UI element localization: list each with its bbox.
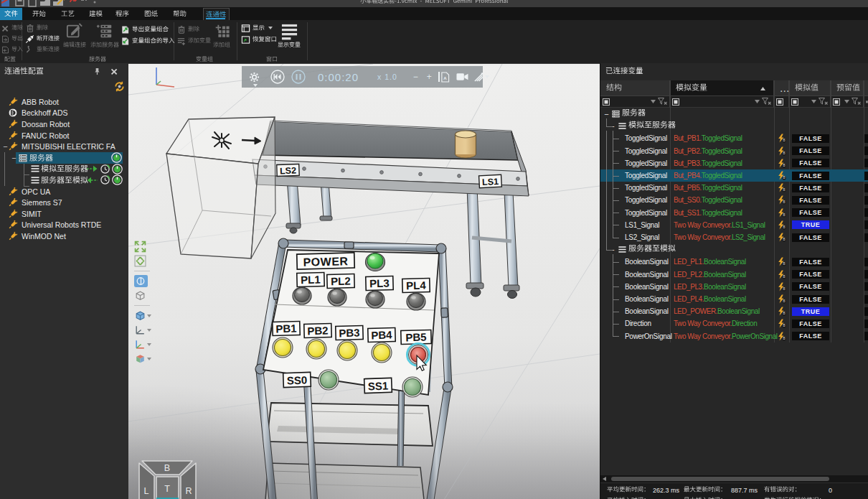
filter-mode-icon[interactable] [603, 98, 610, 106]
tree-item-mitsubishi-electric-fa[interactable]: −MITSUBISHI ELECTRIC FA [0, 141, 128, 152]
pin-icon[interactable] [93, 67, 101, 75]
filter-clear-icon[interactable] [852, 98, 861, 106]
column-header-reserved-val[interactable] [831, 80, 864, 96]
filter-clear-icon[interactable] [762, 98, 771, 106]
filter-dropdown-icon[interactable] [755, 100, 760, 103]
restore-window-button[interactable] [241, 34, 277, 45]
tab-program[interactable] [110, 8, 134, 20]
rewind-button[interactable] [270, 70, 285, 84]
table-row[interactable]: BooleanSignal LED_POWER.BooleanSignal TR… [600, 305, 868, 317]
tab-file[interactable] [0, 8, 22, 20]
table-row[interactable]: BooleanSignal LED_PL3.BooleanSignal FALS… [600, 281, 868, 293]
tab-start[interactable] [27, 8, 51, 20]
tree-item-beckhoff-ads[interactable]: Beckhoff ADS [0, 108, 128, 119]
power-led[interactable] [366, 253, 385, 271]
filter-mode-icon[interactable] [672, 98, 679, 106]
pause-button[interactable] [291, 70, 306, 84]
table-row[interactable]: BooleanSignal LED_PL2.BooleanSignal FALS… [600, 269, 868, 281]
clock-icon[interactable] [100, 164, 110, 174]
filter-cell[interactable] [831, 96, 864, 108]
collapse-icon[interactable]: − [11, 154, 17, 162]
orientation-cube-icon[interactable] [134, 353, 146, 365]
view-cube-icon[interactable] [134, 309, 146, 322]
column-header-dots[interactable]: ... [774, 80, 789, 96]
tree-item-fanuc-robot[interactable]: FANUC Robot [0, 130, 128, 141]
refresh-icon[interactable] [113, 80, 126, 93]
projection-mode-icon[interactable] [134, 275, 148, 287]
table-group-row[interactable]: − [600, 108, 868, 120]
collapse-icon[interactable]: − [603, 111, 610, 118]
column-header-sim-val[interactable] [789, 80, 831, 96]
filter-dropdown-icon[interactable] [844, 100, 849, 103]
render-mode-icon[interactable] [134, 289, 146, 302]
export-variable-set-button[interactable] [121, 24, 169, 34]
power-on-icon[interactable] [112, 164, 123, 174]
filter-mode-icon[interactable] [791, 98, 798, 106]
table-row[interactable]: PowerOnSignal Two Way Conveyor.PowerOnSi… [600, 330, 868, 342]
display-button[interactable] [241, 23, 273, 33]
filter-clear-icon[interactable] [658, 98, 667, 106]
table-row[interactable]: ToggledSignal But_PB4.ToggledSignal FALS… [600, 169, 868, 182]
fullscreen-icon[interactable] [134, 241, 146, 253]
nav-cube[interactable]: B L T R [139, 461, 196, 499]
tree-item-simit[interactable]: SIMIT [0, 208, 128, 220]
table-row[interactable]: LS1_Signal Two Way Conveyor.LS1_Signal T… [600, 219, 868, 231]
power-on-icon[interactable] [112, 174, 123, 185]
speed-plus[interactable]: + [427, 72, 432, 82]
filter-cell[interactable] [774, 96, 789, 108]
add-server-button[interactable] [89, 22, 121, 48]
filter-mode-icon[interactable] [776, 98, 783, 106]
scroll-left-arrow[interactable] [603, 477, 606, 481]
record-video-icon[interactable] [456, 73, 468, 81]
table-row[interactable]: ToggledSignal But_PB3.ToggledSignal FALS… [600, 157, 868, 169]
filter-dropdown-icon[interactable] [811, 100, 816, 103]
coordinate-icon[interactable] [134, 338, 146, 350]
signal-icon[interactable] [473, 73, 484, 82]
filter-cell[interactable] [670, 96, 774, 108]
tree-item-opc-ua[interactable]: OPC UA [0, 186, 128, 197]
table-row[interactable]: ToggledSignal But_PB2.ToggledSignal FALS… [600, 145, 868, 157]
tab-drawing[interactable] [139, 8, 163, 20]
tab-help[interactable] [168, 8, 192, 20]
filter-mode-icon[interactable] [833, 98, 840, 106]
tree-item-doosan-robot[interactable]: Doosan Robot [0, 118, 128, 130]
horizontal-scrollbar[interactable] [600, 475, 868, 482]
tree-item-abb-robot[interactable]: ABB Robot [0, 96, 128, 108]
clear-button[interactable] [1, 23, 23, 33]
tree-item-siemens-s7[interactable]: Siemens S7 [0, 197, 128, 208]
fit-view-icon[interactable] [134, 255, 146, 267]
table-row[interactable]: ToggledSignal But_SS0.ToggledSignal FALS… [600, 194, 868, 206]
import-variable-set-button[interactable] [121, 36, 175, 46]
export-pdf-icon[interactable] [440, 72, 450, 83]
speed-minus[interactable]: − [413, 72, 418, 82]
filter-cell[interactable] [789, 96, 831, 108]
tree-item-universal-robots-rtde[interactable]: Universal Robots RTDE [0, 220, 128, 231]
close-icon[interactable] [110, 67, 118, 75]
title-bar[interactable] [0, 0, 868, 7]
frame-select-icon[interactable] [134, 324, 146, 336]
tree-item-winmod-net[interactable]: WinMOD Net [0, 230, 128, 242]
add-group-button[interactable] [210, 22, 233, 48]
table-row[interactable]: ToggledSignal But_SS1.ToggledSignal FALS… [600, 207, 868, 219]
reconnect-button[interactable] [26, 45, 60, 55]
workpiece-cylinder[interactable] [456, 131, 476, 158]
table-row[interactable]: LS2_Signal Two Way Conveyor.LS2_Signal F… [600, 231, 868, 243]
table-row[interactable]: BooleanSignal LED_PL4.BooleanSignal FALS… [600, 293, 868, 305]
edit-connection-button[interactable] [62, 22, 88, 48]
table-group-row[interactable]: − [600, 120, 868, 132]
tree-item-sim-to-server[interactable] [0, 164, 128, 175]
playback-settings-icon[interactable] [249, 72, 260, 83]
filter-clear-icon[interactable] [819, 98, 828, 106]
transparent-box[interactable] [166, 117, 275, 258]
delete-server-button[interactable] [26, 23, 48, 33]
table-row[interactable]: ToggledSignal But_PB1.ToggledSignal FALS… [600, 132, 868, 144]
column-header-struct[interactable] [600, 80, 670, 96]
tab-process[interactable] [56, 8, 80, 20]
filter-cell[interactable] [600, 96, 670, 108]
add-variable-button[interactable] [176, 36, 211, 46]
delete-variable-button[interactable] [177, 24, 199, 34]
tree-item-server[interactable]: − [0, 152, 128, 164]
import-button[interactable] [1, 45, 23, 55]
power-on-icon[interactable] [111, 152, 122, 163]
3d-viewport[interactable]: LS2 LS1 [128, 63, 600, 499]
